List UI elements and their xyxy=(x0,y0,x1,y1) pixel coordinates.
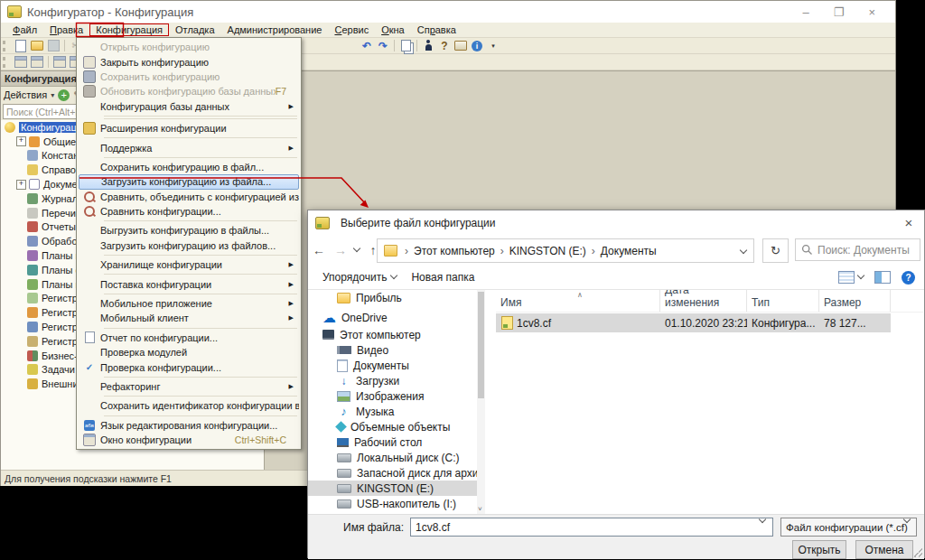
menu-item[interactable]: Загрузить конфигурацию из файла... xyxy=(79,174,299,189)
nav-item-OneDrive[interactable]: ☁OneDrive xyxy=(308,310,485,325)
menu-item[interactable]: Проверка модулей xyxy=(79,345,299,359)
actions-dropdown-icon[interactable]: ▾ xyxy=(51,91,54,99)
column-header-Размер[interactable]: Размер xyxy=(819,290,891,312)
configuration-panel-icon[interactable] xyxy=(14,56,28,69)
breadcrumb-dropdown-icon[interactable] xyxy=(741,245,746,257)
nav-item-Загрузки[interactable]: ↓Загрузки xyxy=(308,373,485,388)
menu-item[interactable]: Сравнить конфигурации... xyxy=(79,204,299,219)
organize-button[interactable]: Упорядочить xyxy=(322,271,397,284)
menu-item[interactable]: Мобильное приложение▶ xyxy=(79,296,299,311)
expand-icon[interactable]: + xyxy=(16,180,26,190)
file-row[interactable]: 1cv8.cf01.10.2020 23:21Конфигура...78 12… xyxy=(496,313,891,332)
breadcrumb[interactable]: › Этот компьютер›KINGSTON (E:)›Документы xyxy=(377,238,754,263)
menu-item[interactable]: Мобильный клиент▶ xyxy=(79,311,299,325)
nav-item-Музыка[interactable]: ♪Музыка xyxy=(308,404,485,419)
help-search-icon[interactable]: ? xyxy=(437,40,452,52)
add-icon[interactable]: + xyxy=(58,89,70,101)
menu-item[interactable]: Сравнить, объединить с конфигурацией из … xyxy=(79,190,299,204)
preview-pane-icon[interactable] xyxy=(874,271,891,284)
nav-item-Рабочий стол[interactable]: Рабочий стол xyxy=(308,434,485,450)
menu-item[interactable]: Загрузить конфигурацию из файлов... xyxy=(79,238,299,253)
help-contents-icon[interactable] xyxy=(453,40,468,52)
cancel-button[interactable]: Отмена xyxy=(855,540,913,559)
refresh-button[interactable]: ↻ xyxy=(762,238,789,263)
breadcrumb-item[interactable]: Документы xyxy=(597,245,660,257)
new-folder-button[interactable]: Новая папка xyxy=(411,271,474,284)
menu-item[interactable]: Поддержка▶ xyxy=(79,140,299,154)
nav-item-KINGSTON (E:)[interactable]: KINGSTON (E:) xyxy=(308,481,485,496)
forward-button[interactable]: → xyxy=(333,243,348,257)
menubar-item-Конфигурация[interactable]: Конфигурация xyxy=(89,23,169,36)
dialog-close-button[interactable]: × xyxy=(893,210,924,234)
close-button[interactable]: × xyxy=(868,5,875,19)
scrollbar-thumb[interactable] xyxy=(478,292,484,398)
music-icon: ♪ xyxy=(337,406,350,418)
maximize-button[interactable]: ❐ xyxy=(834,5,845,19)
column-header-Дата изменения[interactable]: Дата изменения xyxy=(660,290,747,312)
menu-item[interactable]: Хранилище конфигурации▶ xyxy=(79,257,299,272)
find-panel-icon[interactable] xyxy=(30,56,44,69)
menu-item[interactable]: Сохранить конфигурацию xyxy=(79,70,299,84)
designer-icon[interactable] xyxy=(421,40,435,52)
menu-item[interactable]: Поставка конфигурации▶ xyxy=(79,276,299,291)
back-button[interactable]: ← xyxy=(312,243,326,257)
nav-item-Прибыль[interactable]: Прибыль xyxy=(308,290,485,305)
menu-item[interactable]: Отчет по конфигурации... xyxy=(79,331,299,345)
breadcrumb-item[interactable]: Этот компьютер xyxy=(410,245,499,257)
views-button[interactable] xyxy=(838,271,864,284)
menubar-item-Администрирование[interactable]: Администрирование xyxy=(221,23,329,36)
menubar-item-Правка[interactable]: Правка xyxy=(43,23,89,36)
filetype-select[interactable]: Файл конфигурации (*.cf) xyxy=(780,518,917,537)
resize-grip[interactable] xyxy=(913,548,922,557)
new-document-icon[interactable] xyxy=(14,40,28,52)
menu-item[interactable]: Обновить конфигурацию базы данныхF7 xyxy=(79,84,299,98)
menu-item[interactable]: Выгрузить конфигурацию в файлы... xyxy=(79,223,299,238)
expand-icon[interactable]: + xyxy=(16,136,26,146)
toolbar-drag-handle[interactable] xyxy=(3,41,10,51)
search-input[interactable]: Поиск: Документы xyxy=(795,238,920,261)
menu-item[interactable]: Сохранить конфигурацию в файл... xyxy=(79,160,299,174)
copy-icon[interactable] xyxy=(398,40,413,52)
toolbar-drag-handle[interactable] xyxy=(3,57,10,68)
database-panel-icon[interactable] xyxy=(52,56,67,69)
save-file-icon[interactable] xyxy=(46,40,61,52)
menu-item[interactable]: Окно конфигурацииCtrl+Shift+C xyxy=(79,433,299,447)
menubar-item-Отладка[interactable]: Отладка xyxy=(169,23,220,36)
help-icon[interactable]: ? xyxy=(902,271,915,285)
menu-item[interactable]: Сохранить идентификатор конфигурации в ф… xyxy=(79,398,299,413)
nav-item-Документы[interactable]: Документы xyxy=(308,358,485,373)
open-button[interactable]: Открыть xyxy=(792,540,846,559)
menubar-item-Справка[interactable]: Справка xyxy=(411,23,462,36)
nav-item-Объемные объекты[interactable]: Объемные объекты xyxy=(308,419,485,434)
minimize-button[interactable]: – xyxy=(803,5,809,19)
menu-item[interactable]: абвЯзык редактирования конфигурации... xyxy=(79,418,299,433)
nav-item-USB-накопитель (I:)[interactable]: USB-накопитель (I:) xyxy=(308,496,485,511)
nav-scrollbar[interactable]: ˅ xyxy=(477,290,485,514)
nav-item-Видео[interactable]: Видео xyxy=(308,342,485,358)
undo-icon[interactable]: ↶ xyxy=(360,40,374,52)
history-dropdown-icon[interactable] xyxy=(352,246,361,255)
filename-input[interactable]: 1cv8.cf xyxy=(410,518,773,537)
filename-dropdown-icon[interactable] xyxy=(759,516,766,523)
menubar-item-Файл[interactable]: Файл xyxy=(6,23,43,36)
menu-item[interactable]: Конфигурация базы данных▶ xyxy=(79,99,299,114)
menu-item[interactable]: Расширения конфигурации xyxy=(79,121,299,135)
about-icon[interactable]: i xyxy=(470,40,484,52)
nav-item-Этот компьютер[interactable]: Этот компьютер xyxy=(308,327,485,342)
toolbar-overflow-icon[interactable]: ▾ xyxy=(486,40,500,52)
menu-item[interactable]: ✓Проверка конфигурации... xyxy=(79,359,299,374)
nav-item-Локальный диск (C:)[interactable]: Локальный диск (C:) xyxy=(308,450,485,465)
open-file-icon[interactable] xyxy=(30,40,44,52)
menubar-item-Сервис[interactable]: Сервис xyxy=(328,23,375,36)
nav-item-Изображения[interactable]: Изображения xyxy=(308,388,485,404)
menu-item[interactable]: Рефакторинг▶ xyxy=(79,379,299,394)
menu-item[interactable]: Закрыть конфигурацию xyxy=(79,54,299,69)
nav-item-Запасной диск для архива[interactable]: Запасной диск для архива xyxy=(308,465,485,481)
actions-button[interactable]: Действия xyxy=(4,89,47,100)
menubar-item-Окна[interactable]: Окна xyxy=(375,23,411,36)
redo-icon[interactable]: ↷ xyxy=(376,40,390,52)
column-header-Тип[interactable]: Тип xyxy=(747,290,819,312)
scroll-down-icon[interactable]: ˅ xyxy=(478,505,482,513)
menu-item[interactable]: Открыть конфигурацию xyxy=(79,40,299,54)
breadcrumb-item[interactable]: KINGSTON (E:) xyxy=(506,245,590,257)
